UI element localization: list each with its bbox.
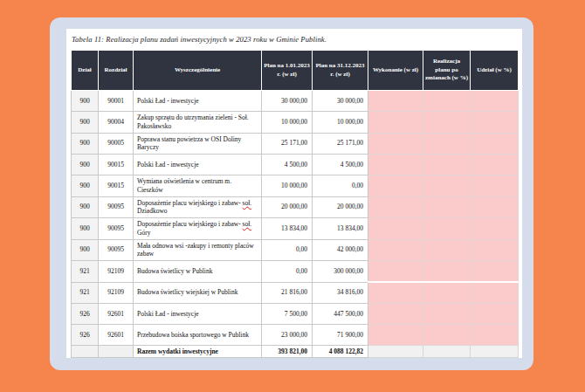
document-window-card: Tabela 11: Realizacja planu zadań inwest… xyxy=(50,17,533,370)
cell-plan-dec: 34 816,00 xyxy=(313,282,368,304)
cell-plan-jan: 13 834,00 xyxy=(262,218,313,240)
cell-udzial xyxy=(471,325,519,346)
cell-dzial: 900 xyxy=(72,218,99,240)
desktop-background: { "colors": { "background_orange": "#F68… xyxy=(0,0,585,392)
table-row: 90090001Polski Ład - inwestycje30 000,00… xyxy=(72,91,519,112)
table-row: 90090095Mała odnowa wsi -zakupy i remont… xyxy=(72,239,519,261)
total-plan-jan-cell: 393 821,00 xyxy=(262,346,313,358)
cell-plan-jan: 0,00 xyxy=(262,261,313,283)
col-header-realizacja: Realizacja planu po zmianach (w %) xyxy=(423,51,471,91)
total-udzial-cell xyxy=(471,346,519,358)
cell-task-name: Mała odnowa wsi -zakupy i remonty placów… xyxy=(134,239,262,261)
cell-dzial: 900 xyxy=(72,91,99,112)
cell-rozdzial: 90095 xyxy=(99,196,134,218)
header-row: Dział Rozdział Wyszczególnienie Plan na … xyxy=(72,51,519,91)
cell-task-name: Polski Ład - inwestycje xyxy=(134,155,262,175)
cell-plan-dec: 13 834,00 xyxy=(313,218,368,240)
cell-udzial xyxy=(471,133,519,155)
cell-realizacja-planu xyxy=(423,325,471,346)
table-row: 90090095Doposażenie placu wiejskiego i z… xyxy=(72,196,519,218)
cell-realizacja-planu xyxy=(423,239,471,261)
col-header-plan-dec: Plan na 31.12.2023 r. (w zł) xyxy=(313,51,368,91)
cell-plan-jan: 0,00 xyxy=(262,239,313,261)
cell-dzial: 921 xyxy=(72,261,99,283)
cell-wykonanie xyxy=(368,91,423,112)
cell-dzial: 926 xyxy=(72,304,99,325)
col-header-wykonanie: Wykonanie (w zł) xyxy=(368,51,423,91)
cell-task-name: Wymiana oświetlenia w centrum m. Cieszkó… xyxy=(134,175,262,197)
cell-plan-jan: 25 171,00 xyxy=(262,133,313,155)
cell-realizacja-planu xyxy=(423,175,471,197)
cell-task-name: Polski Ład - inwestycje xyxy=(134,91,262,112)
cell-wykonanie xyxy=(368,133,423,155)
cell-plan-dec: 0,00 xyxy=(313,175,368,197)
cell-realizacja-planu xyxy=(423,261,471,283)
cell-plan-jan: 21 816,00 xyxy=(262,282,313,304)
cell-udzial xyxy=(471,91,519,112)
table-row: 90090015Polski Ład - inwestycje4 500,004… xyxy=(72,155,519,175)
cell-udzial xyxy=(471,261,519,283)
table-row: 92692601Przebudowa boiska sportowego w P… xyxy=(72,325,519,346)
cell-wykonanie xyxy=(368,175,423,197)
total-row: Razem wydatki inwestycyjne393 821,004 08… xyxy=(72,346,519,358)
table-caption: Tabela 11: Realizacja planu zadań inwest… xyxy=(72,35,508,44)
cell-plan-jan: 10 000,00 xyxy=(262,175,313,197)
col-header-wyszczegolnienie: Wyszczególnienie xyxy=(134,51,262,91)
cell-rozdzial: 90015 xyxy=(99,175,134,197)
cell-plan-jan: 20 000,00 xyxy=(262,196,313,218)
cell-dzial: 921 xyxy=(72,282,99,304)
cell-wykonanie xyxy=(368,218,423,240)
cell-task-name: Doposażenie placu wiejskiego i zabaw- so… xyxy=(134,196,262,218)
cell-wykonanie xyxy=(368,239,423,261)
col-header-dzial: Dział xyxy=(72,51,99,91)
table-row: 90090015Wymiana oświetlenia w centrum m.… xyxy=(72,175,519,197)
col-header-rozdzial: Rozdział xyxy=(99,51,134,91)
cell-wykonanie xyxy=(368,325,423,346)
misspelled-word: soł. xyxy=(243,220,252,228)
cell-realizacja-planu xyxy=(423,218,471,240)
cell-plan-jan: 10 000,00 xyxy=(262,112,313,134)
table-row: 90090005Poprawa stanu powietrza w OSI Do… xyxy=(72,133,519,155)
cell-dzial: 900 xyxy=(72,175,99,197)
cell-realizacja-planu xyxy=(423,133,471,155)
cell-wykonanie xyxy=(368,112,423,134)
cell-dzial: 926 xyxy=(72,325,99,346)
col-header-plan-jan: Plan na 1.01.2023 r. (w zł) xyxy=(262,51,313,91)
cell-plan-dec: 447 500,00 xyxy=(313,304,368,325)
cell-udzial xyxy=(471,282,519,304)
table-body: 90090001Polski Ład - inwestycje30 000,00… xyxy=(72,91,519,358)
cell-dzial: 900 xyxy=(72,112,99,134)
table-row: 90090004Zakup sprzętu do utrzymania ziel… xyxy=(72,112,519,134)
cell-task-name: Polski Ład - inwestycje xyxy=(134,304,262,325)
total-wykonanie-cell xyxy=(368,346,423,358)
total-empty-rozdzial xyxy=(99,346,134,358)
cell-plan-dec: 71 900,00 xyxy=(313,325,368,346)
cell-plan-dec: 4 500,00 xyxy=(313,155,368,175)
cell-task-name: Zakup sprzętu do utrzymania zieleni - So… xyxy=(134,112,262,134)
document-page: Tabela 11: Realizacja planu zadań inwest… xyxy=(66,29,522,358)
cell-realizacja-planu xyxy=(423,304,471,325)
table-row: 92692601Polski Ład - inwestycje7 500,004… xyxy=(72,304,519,325)
cell-plan-dec: 10 000,00 xyxy=(313,112,368,134)
cell-udzial xyxy=(471,196,519,218)
cell-rozdzial: 90001 xyxy=(99,91,134,112)
table-row: 92192109Budowa świetlicy w Publink0,0030… xyxy=(72,261,519,283)
cell-plan-jan: 4 500,00 xyxy=(262,155,313,175)
cell-task-name: Przebudowa boiska sportowego w Publink xyxy=(134,325,262,346)
table-row: 90090095Doposażenie placu wiejskiego i z… xyxy=(72,218,519,240)
cell-rozdzial: 90005 xyxy=(99,133,134,155)
cell-udzial xyxy=(471,304,519,325)
cell-rozdzial: 90095 xyxy=(99,239,134,261)
cell-realizacja-planu xyxy=(423,282,471,304)
cell-rozdzial: 90004 xyxy=(99,112,134,134)
cell-wykonanie xyxy=(368,282,423,304)
cell-realizacja-planu xyxy=(423,91,471,112)
col-header-udzial: Udział (w %) xyxy=(471,51,519,91)
cell-realizacja-planu xyxy=(423,112,471,134)
total-label-cell: Razem wydatki inwestycyjne xyxy=(134,346,262,358)
cell-plan-dec: 25 171,00 xyxy=(313,133,368,155)
cell-realizacja-planu xyxy=(423,196,471,218)
cell-dzial: 900 xyxy=(72,133,99,155)
cell-dzial: 900 xyxy=(72,155,99,175)
cell-rozdzial: 92109 xyxy=(99,261,134,283)
